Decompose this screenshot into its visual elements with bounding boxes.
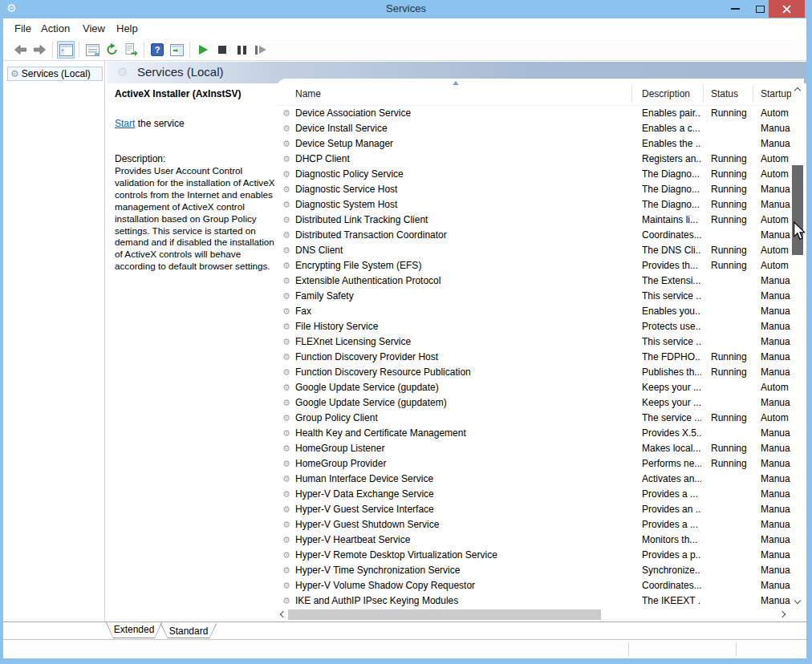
column-header-name[interactable]: Name [295,88,321,99]
horizontal-scrollbar[interactable] [277,609,804,621]
cell-description: Provides a ... [642,487,701,502]
scroll-down-icon[interactable] [794,597,801,604]
vertical-scrollbar[interactable] [791,83,804,608]
service-row[interactable]: ⚙Diagnostic System HostThe Diagno...Runn… [277,197,804,213]
cell-description: Coordinates... [642,578,701,593]
service-row[interactable]: ⚙Diagnostic Service HostThe Diagno...Run… [277,182,804,197]
toolbar: ? [3,39,806,61]
service-row[interactable]: ⚙Extensible Authentication ProtocolThe E… [277,273,804,289]
cell-name: Hyper-V Heartbeat Service [295,532,628,548]
service-gear-icon: ⚙ [282,380,290,395]
service-row[interactable]: ⚙Family SafetyThis service ...Manua [277,289,804,304]
service-row[interactable]: ⚙File History ServiceProtects use...Manu… [277,319,804,334]
column-divider[interactable] [753,85,753,103]
service-row[interactable]: ⚙HomeGroup ListenerMakes local...Running… [277,441,804,456]
service-row[interactable]: ⚙Hyper-V Guest Shutdown ServiceProvides … [277,517,804,532]
cell-name: IKE and AuthIP IPsec Keying Modules [295,593,628,609]
minimize-button[interactable] [724,0,746,18]
tab-standard[interactable]: Standard [160,624,217,638]
service-row[interactable]: ⚙DHCP ClientRegisters an...RunningAutom [277,152,804,167]
service-gear-icon: ⚙ [282,213,290,228]
service-row[interactable]: ⚙FLEXnet Licensing ServiceThis service .… [277,334,804,350]
service-gear-icon: ⚙ [282,502,290,517]
back-button[interactable] [11,41,29,59]
cell-name: Function Discovery Provider Host [295,350,628,365]
cell-name: Diagnostic Service Host [295,182,628,197]
scroll-right-icon[interactable] [779,611,786,617]
help-button[interactable]: ? [148,41,166,59]
tab-extended[interactable]: Extended [106,622,162,638]
menu-item-action[interactable]: Action [41,22,70,34]
service-row[interactable]: ⚙Function Discovery Resource Publication… [277,365,804,380]
properties-button[interactable] [83,41,101,59]
service-row[interactable]: ⚙Health Key and Certificate ManagementPr… [277,426,804,441]
vertical-scroll-thumb[interactable] [792,165,803,255]
pause-service-button[interactable] [233,41,250,59]
service-row[interactable]: ⚙Encrypting File System (EFS)Provides th… [277,258,804,273]
cell-description: The Diagno... [642,197,701,213]
service-action-suffix: the service [135,118,184,129]
menu-item-view[interactable]: View [83,22,105,34]
cell-description: Registers an... [642,152,701,167]
forward-button[interactable] [30,41,48,59]
stop-service-button[interactable] [213,41,231,59]
service-row[interactable]: ⚙Device Setup ManagerEnables the ...Manu… [277,136,804,152]
cell-description: Enables you... [642,304,701,319]
service-row[interactable]: ⚙Hyper-V Remote Desktop Virtualization S… [277,548,804,563]
cell-name: Hyper-V Remote Desktop Virtualization Se… [295,548,628,563]
column-divider[interactable] [631,85,632,103]
service-gear-icon: ⚙ [282,487,290,502]
service-row[interactable]: ⚙Google Update Service (gupdate)Keeps yo… [277,380,804,395]
cell-description: Enables pair... [642,106,701,121]
service-row[interactable]: ⚙Google Update Service (gupdatem)Keeps y… [277,395,804,411]
console-tree-panel: ⚙Services (Local) [3,61,105,621]
menu-item-help[interactable]: Help [116,22,138,34]
service-row[interactable]: ⚙DNS ClientThe DNS Cli...RunningAutom [277,243,804,258]
service-gear-icon: ⚙ [282,197,290,213]
column-header-status[interactable]: Status [711,88,738,99]
service-row[interactable]: ⚙Human Interface Device ServiceActivates… [277,472,804,487]
service-row[interactable]: ⚙Group Policy ClientThe service ...Runni… [277,411,804,426]
column-header-description[interactable]: Description [642,88,690,99]
tree-item-services-local[interactable]: ⚙Services (Local) [7,67,103,81]
scroll-left-icon[interactable] [280,611,286,617]
close-button[interactable] [769,0,805,18]
service-row[interactable]: ⚙IKE and AuthIP IPsec Keying ModulesThe … [277,593,804,609]
service-gear-icon: ⚙ [282,106,290,121]
start-service-icon [199,45,208,55]
service-row[interactable]: ⚙Device Association ServiceEnables pair.… [277,106,804,121]
service-gear-icon: ⚙ [282,456,290,472]
service-gear-icon: ⚙ [282,411,290,426]
service-row[interactable]: ⚙Diagnostic Policy ServiceThe Diagno...R… [277,167,804,182]
refresh-button[interactable] [103,41,120,59]
cell-status: Running [711,441,751,456]
cell-description: This service ... [642,289,701,304]
service-row[interactable]: ⚙Hyper-V Guest Service InterfaceProvides… [277,502,804,517]
service-row[interactable]: ⚙Hyper-V Volume Shadow Copy RequestorCoo… [277,578,804,593]
start-service-button[interactable] [194,41,212,59]
start-service-link[interactable]: Start [115,118,135,129]
export-list-button[interactable] [122,41,140,59]
maximize-button[interactable] [749,0,771,18]
service-row[interactable]: ⚙Function Discovery Provider HostThe FDP… [277,350,804,365]
column-divider[interactable] [703,85,704,103]
show-console-tree-button[interactable] [57,41,75,59]
show-action-pane-button[interactable] [168,41,185,59]
restart-service-button[interactable] [252,41,270,59]
menu-item-file[interactable]: File [14,22,31,34]
service-row[interactable]: ⚙Hyper-V Time Synchronization ServiceSyn… [277,563,804,578]
scroll-up-icon[interactable] [794,87,801,94]
horizontal-scroll-thumb[interactable] [288,609,601,620]
service-row[interactable]: ⚙Distributed Link Tracking ClientMaintai… [277,213,804,228]
service-row[interactable]: ⚙HomeGroup ProviderPerforms ne...Running… [277,456,804,472]
service-row[interactable]: ⚙Distributed Transaction CoordinatorCoor… [277,228,804,243]
service-gear-icon: ⚙ [282,289,290,304]
cell-status: Running [711,182,751,197]
service-row[interactable]: ⚙Hyper-V Heartbeat ServiceMonitors th...… [277,532,804,548]
title-bar: ⚙ Services [0,0,812,18]
cell-name: Fax [295,304,628,319]
service-row[interactable]: ⚙Device Install ServiceEnables a c...Man… [277,121,804,136]
service-row[interactable]: ⚙FaxEnables you...Manua [277,304,804,319]
service-gear-icon: ⚙ [282,182,290,197]
service-row[interactable]: ⚙Hyper-V Data Exchange ServiceProvides a… [277,487,804,502]
